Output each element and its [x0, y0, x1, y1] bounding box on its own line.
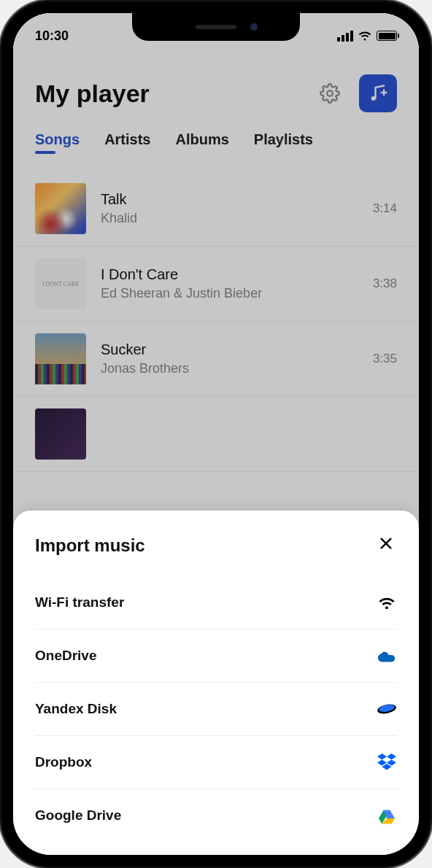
import-option-label: Yandex Disk [35, 701, 117, 717]
song-row[interactable]: Talk Khalid 3:14 [13, 171, 419, 247]
song-artist: Ed Sheeran & Justin Bieber [101, 286, 358, 301]
import-music-sheet: Import music Wi-Fi transfer OneDrive Yan… [13, 511, 419, 855]
tab-playlists[interactable]: Playlists [254, 131, 313, 154]
battery-icon [377, 31, 397, 41]
song-title: Sucker [101, 341, 358, 358]
song-row[interactable] [13, 397, 419, 472]
album-art: I DONT CARE [35, 258, 86, 309]
import-option-label: Wi-Fi transfer [35, 594, 124, 611]
song-title: Talk [101, 191, 358, 208]
music-plus-icon [368, 83, 388, 104]
wifi-status-icon [358, 30, 372, 42]
tab-songs[interactable]: Songs [35, 131, 80, 154]
onedrive-icon [377, 646, 397, 666]
import-option-google-drive[interactable]: Google Drive [35, 789, 397, 842]
album-art [35, 183, 86, 234]
song-artist: Khalid [101, 211, 358, 226]
import-option-dropbox[interactable]: Dropbox [35, 736, 397, 789]
wifi-icon [377, 592, 397, 613]
import-option-yandex-disk[interactable]: Yandex Disk [35, 683, 397, 736]
close-icon [378, 535, 394, 551]
tab-albums[interactable]: Albums [175, 131, 228, 154]
status-time: 10:30 [35, 28, 69, 44]
songs-list: Talk Khalid 3:14 I DONT CARE I Don't Car… [13, 161, 419, 482]
song-artist: Jonas Brothers [101, 361, 358, 376]
import-option-label: OneDrive [35, 648, 96, 664]
song-duration: 3:14 [373, 201, 397, 216]
song-title: I Don't Care [101, 266, 358, 283]
svg-point-0 [327, 90, 332, 96]
yandexdisk-icon [377, 699, 397, 719]
page-title: My player [35, 80, 150, 108]
import-option-label: Google Drive [35, 807, 121, 824]
googledrive-icon [377, 805, 397, 826]
song-row[interactable]: I DONT CARE I Don't Care Ed Sheeran & Ju… [13, 247, 419, 322]
svg-point-1 [371, 96, 376, 101]
add-music-button[interactable] [359, 74, 397, 112]
library-tabs: SongsArtistsAlbumsPlaylists [13, 127, 419, 161]
album-art [35, 333, 86, 384]
device-notch [132, 13, 300, 41]
settings-button[interactable] [315, 79, 344, 108]
song-row[interactable]: Sucker Jonas Brothers 3:35 [13, 322, 419, 397]
import-option-onedrive[interactable]: OneDrive [35, 629, 397, 683]
import-option-label: Dropbox [35, 754, 92, 770]
tab-artists[interactable]: Artists [104, 131, 150, 154]
album-art [35, 408, 86, 460]
song-duration: 3:35 [373, 352, 397, 366]
song-duration: 3:38 [373, 276, 397, 291]
signal-icon [337, 31, 353, 42]
sheet-title: Import music [35, 535, 145, 556]
dropbox-icon [377, 752, 397, 772]
import-option-wi-fi-transfer[interactable]: Wi-Fi transfer [35, 576, 397, 629]
close-sheet-button[interactable] [375, 532, 397, 559]
gear-icon [320, 83, 340, 104]
